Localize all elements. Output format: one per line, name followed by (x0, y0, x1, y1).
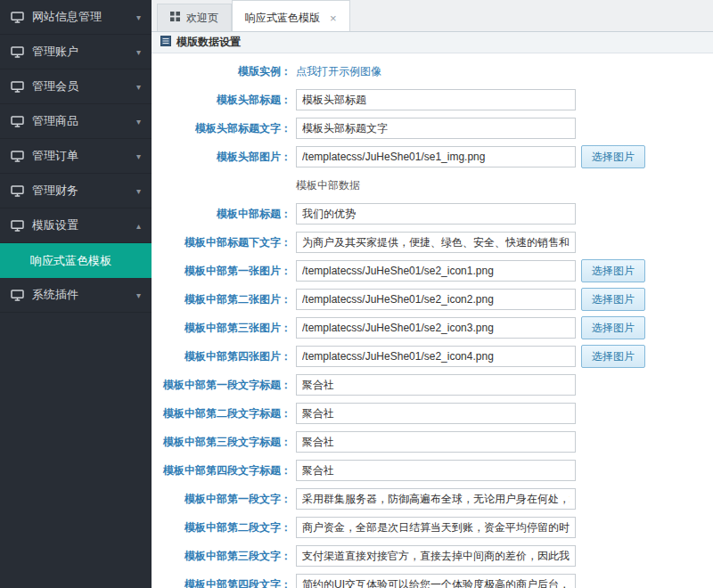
field-label: 模板中部第四段文字标题： (152, 463, 296, 478)
image-path-input[interactable] (296, 317, 576, 339)
monitor-icon (11, 81, 24, 93)
sidebar-item-finance[interactable]: 管理财务 ▾ (0, 174, 152, 208)
field-label: 模板中部第四张图片： (152, 349, 296, 364)
field-input[interactable] (296, 488, 576, 510)
image-path-input[interactable] (296, 146, 576, 167)
sidebar-item-orders[interactable]: 管理订单 ▾ (0, 139, 152, 174)
chevron-down-icon: ▾ (136, 117, 141, 127)
field-label: 模板中部标题下文字： (152, 235, 296, 250)
template-form: 模版实例： 点我打开示例图像 模板头部标题： 模板头部标题文字： 模板头部图片：… (152, 53, 713, 588)
panel-header: 模版数据设置 (152, 32, 713, 53)
field-input[interactable] (296, 232, 576, 253)
form-row: 模板中部第三张图片： 选择图片 (152, 314, 713, 342)
field-label: 模板中部标题： (152, 207, 296, 222)
field-input[interactable] (296, 89, 576, 110)
form-section-row: 模板中部数据 (152, 171, 713, 200)
sidebar-item-members[interactable]: 管理会员 ▾ (0, 69, 152, 104)
field-label: 模板中部第二张图片： (152, 292, 296, 307)
grid-icon (170, 12, 180, 24)
field-label: 模板中部第二段文字： (152, 520, 296, 535)
field-label: 模板中部第四段文字： (152, 577, 296, 588)
sidebar-subitem-responsive-blue-template[interactable]: 响应式蓝色模板 (0, 243, 152, 278)
tab-label: 欢迎页 (186, 11, 218, 26)
field-label: 模板中部第三段文字标题： (152, 435, 296, 450)
field-input[interactable] (296, 460, 576, 481)
field-input[interactable] (296, 403, 576, 424)
form-row: 模板中部第三段文字标题： (152, 428, 713, 456)
form-icon (160, 36, 171, 49)
monitor-icon (11, 12, 24, 23)
sidebar-item-label: 管理会员 (32, 78, 78, 94)
form-row: 模板头部标题文字： (152, 114, 713, 143)
monitor-icon (11, 220, 24, 232)
field-input[interactable] (296, 203, 576, 225)
main-content: 欢迎页 响应式蓝色模版 × 模版数据设置 模版实例： 点我打开示例图像 模板头部… (152, 0, 713, 588)
field-input[interactable] (296, 431, 576, 453)
sidebar-item-label: 管理订单 (32, 148, 78, 164)
choose-image-button[interactable]: 选择图片 (581, 288, 645, 311)
chevron-down-icon: ▾ (136, 47, 141, 57)
monitor-icon (11, 290, 24, 301)
tab-welcome[interactable]: 欢迎页 (157, 4, 232, 31)
form-row: 模板中部第二段文字标题： (152, 399, 713, 428)
choose-image-button[interactable]: 选择图片 (581, 259, 645, 282)
field-label: 模板中部第三张图片： (152, 321, 296, 336)
field-label: 模板中部第三段文字： (152, 549, 296, 564)
chevron-down-icon: ▾ (136, 82, 141, 92)
form-row: 模板中部第一张图片： 选择图片 (152, 257, 713, 285)
sidebar-item-templates[interactable]: 模版设置 ▴ (0, 208, 152, 243)
image-path-input[interactable] (296, 260, 576, 282)
field-input[interactable] (296, 374, 576, 396)
monitor-icon (11, 151, 24, 162)
field-label: 模板头部图片： (152, 150, 296, 165)
field-label: 模板中部第二段文字标题： (152, 406, 296, 421)
choose-image-button[interactable]: 选择图片 (581, 345, 645, 368)
tab-responsive-blue-template[interactable]: 响应式蓝色模版 × (232, 0, 350, 31)
chevron-down-icon: ▾ (136, 290, 141, 300)
sidebar-item-label: 网站信息管理 (32, 9, 102, 25)
close-icon[interactable]: × (330, 12, 337, 25)
form-row: 模板头部标题： (152, 86, 713, 114)
form-row: 模板中部第三段文字： (152, 542, 713, 570)
sidebar-item-label: 管理商品 (32, 113, 78, 129)
field-input[interactable] (296, 118, 576, 139)
form-row: 模板头部图片： 选择图片 (152, 143, 713, 171)
tab-label: 响应式蓝色模版 (245, 11, 320, 26)
field-input[interactable] (296, 545, 576, 567)
choose-image-button[interactable]: 选择图片 (581, 316, 645, 339)
sidebar-item-label: 管理财务 (32, 183, 78, 199)
sidebar-item-accounts[interactable]: 管理账户 ▾ (0, 35, 152, 69)
field-label: 模板头部标题文字： (152, 121, 296, 136)
sidebar-item-label: 管理账户 (32, 44, 78, 60)
form-row: 模板中部第一段文字标题： (152, 371, 713, 399)
sidebar-item-label: 系统插件 (32, 287, 78, 303)
panel-title: 模版数据设置 (176, 35, 241, 50)
section-title: 模板中部数据 (296, 178, 360, 193)
sidebar-item-plugins[interactable]: 系统插件 ▾ (0, 278, 152, 313)
form-row: 模板中部标题： (152, 200, 713, 228)
monitor-icon (11, 46, 24, 58)
field-input[interactable] (296, 517, 576, 538)
image-path-input[interactable] (296, 289, 576, 310)
field-label: 模版实例： (152, 64, 296, 79)
form-row: 模板中部第四段文字标题： (152, 456, 713, 485)
choose-image-button[interactable]: 选择图片 (581, 145, 645, 168)
field-label: 模板中部第一张图片： (152, 264, 296, 279)
chevron-down-icon: ▾ (136, 12, 141, 22)
image-path-input[interactable] (296, 346, 576, 367)
form-row: 模版实例： 点我打开示例图像 (152, 57, 713, 86)
chevron-down-icon: ▾ (136, 186, 141, 196)
form-row: 模板中部第一段文字： (152, 485, 713, 513)
form-row: 模板中部标题下文字： (152, 228, 713, 257)
field-input[interactable] (296, 574, 576, 588)
open-example-image-link[interactable]: 点我打开示例图像 (296, 64, 381, 79)
form-row: 模板中部第四张图片： 选择图片 (152, 342, 713, 371)
monitor-icon (11, 185, 24, 197)
sidebar-item-site-info[interactable]: 网站信息管理 ▾ (0, 0, 152, 35)
field-label: 模板中部第一段文字标题： (152, 378, 296, 393)
sidebar-item-products[interactable]: 管理商品 ▾ (0, 104, 152, 139)
monitor-icon (11, 116, 24, 127)
chevron-down-icon: ▾ (136, 151, 141, 161)
tab-bar: 欢迎页 响应式蓝色模版 × (152, 0, 713, 32)
sidebar-item-label: 模版设置 (32, 217, 78, 233)
